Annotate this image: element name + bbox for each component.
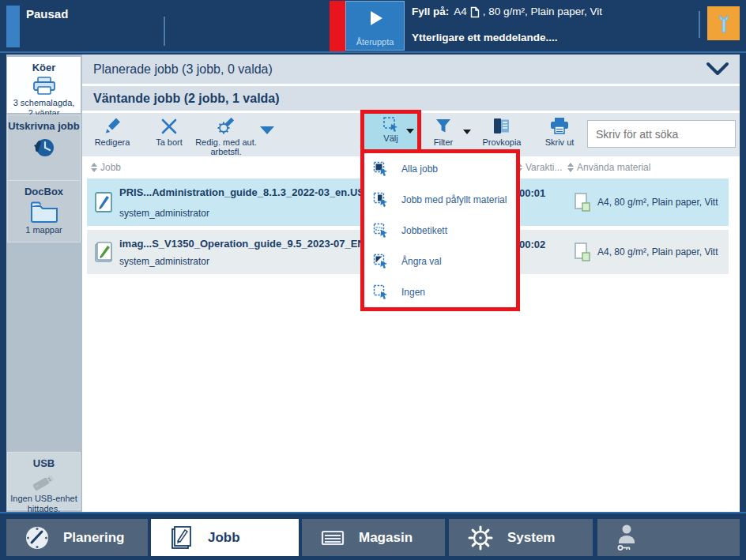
column-header-media[interactable]: Använda material [567, 162, 650, 173]
media-sheet-icon [574, 192, 591, 212]
status-accent-bar [6, 6, 20, 47]
folder-icon [28, 200, 60, 224]
job-title: PRIS...Administration_guide_8.1.3_2022-0… [119, 186, 398, 198]
select-button[interactable]: Välj [364, 116, 417, 152]
filter-icon [433, 116, 454, 137]
tab-jobs-label: Jobb [208, 530, 240, 546]
printer-status: Pausad [26, 7, 68, 21]
resume-button-label: Återuppta [346, 37, 404, 47]
select-icon [382, 116, 400, 133]
usb-status-line1: Ingen USB-enhet [8, 494, 80, 504]
queues-scheduled: 3 schemalagda, [7, 98, 81, 108]
select-button-highlight: Välj [360, 110, 421, 149]
pdf-job-icon [94, 191, 113, 213]
docbox-label: DocBox [8, 181, 80, 197]
gear-icon [466, 524, 495, 552]
job-duration: 00:02 [519, 239, 545, 250]
delete-button[interactable]: Ta bort [145, 116, 194, 147]
edit-label: Redigera [95, 137, 130, 147]
job-media: A4, 80 g/m², Plain paper, Vitt [574, 242, 718, 262]
menu-item-none[interactable]: Ingen [364, 276, 516, 307]
menu-item-job-label[interactable]: Jobbetikett [364, 215, 516, 246]
edit-button[interactable]: Redigera [88, 116, 137, 147]
select-label-icon [373, 223, 389, 239]
media-message-prefix: Fyll på: [412, 6, 449, 18]
job-owner: system_administrator [119, 256, 209, 267]
filter-dropdown-caret[interactable] [463, 130, 471, 134]
tab-trays[interactable]: Magasin [302, 519, 445, 556]
sidebar-item-queues[interactable]: Köer 3 schemalagda, 2 väntar [7, 57, 81, 113]
usb-stick-icon: ** [28, 472, 61, 492]
waiting-jobs-header[interactable]: Väntande jobb (2 jobb, 1 valda) [82, 86, 740, 111]
wrench-icon [714, 13, 733, 35]
sidebar-item-usb[interactable]: USB ** Ingen USB-enhet hittades. [7, 452, 81, 510]
menu-item-all-jobs[interactable]: Alla jobb [364, 153, 516, 184]
sidebar-item-printed-jobs[interactable]: Utskrivna jobb [7, 115, 81, 189]
menu-item-undo-selection[interactable]: Ångra val [364, 246, 516, 276]
proof-copy-icon [491, 116, 513, 137]
print-label: Skriv ut [545, 137, 575, 147]
topbar-divider [164, 17, 165, 46]
proof-copy-button[interactable]: Provkopia [477, 116, 527, 147]
resume-button[interactable]: Återuppta [345, 1, 405, 51]
workflow-dropdown-caret[interactable] [260, 126, 274, 134]
job-duration: 00:01 [519, 187, 545, 199]
close-icon [159, 116, 179, 137]
printed-jobs-label: Utskrivna jobb [8, 115, 80, 132]
page-icon [470, 6, 480, 18]
edit-with-workflow-label-line1: Redig. med aut. [195, 137, 257, 147]
sidebar-item-docbox[interactable]: DocBox 1 mappar [7, 180, 81, 242]
delete-label: Ta bort [156, 137, 183, 147]
tab-jobs[interactable]: Jobb [151, 519, 299, 556]
jobs-panel: Planerade jobb (3 jobb, 0 valda) Väntand… [82, 54, 740, 512]
search-input[interactable] [588, 128, 744, 141]
chevron-down-icon [705, 59, 730, 78]
select-none-icon [373, 284, 389, 300]
edit-with-workflow-label-line2: arbetsfl. [210, 147, 241, 156]
media-message-size: A4 [454, 6, 467, 18]
tab-trays-label: Magasin [359, 530, 413, 546]
planned-jobs-header[interactable]: Planerade jobb (3 jobb, 0 valda) [82, 54, 740, 84]
top-status-bar: Pausad Återuppta Fyll på: A4 , 80 g/m², … [0, 0, 746, 53]
tab-planning-label: Planering [63, 530, 124, 546]
menu-item-jobs-with-loaded-media[interactable]: Jobb med påfyllt material [364, 184, 516, 215]
job-title: imag...S_V1350_Operation_guide_9.5_2023-… [119, 238, 399, 250]
media-sheet-icon [574, 242, 591, 262]
sidebar: Köer 3 schemalagda, 2 väntar Utskrivna j… [6, 54, 82, 512]
select-dropdown-caret[interactable] [406, 129, 414, 133]
column-header-duration[interactable]: Varakti... [516, 162, 562, 173]
expand-planned-jobs-button[interactable] [705, 59, 730, 81]
media-message-rest: , 80 g/m², Plain paper, Vit [483, 6, 602, 18]
pencil-icon [102, 116, 122, 137]
jobs-icon [168, 524, 195, 551]
job-owner: system_administrator [119, 208, 209, 219]
clock-icon [24, 524, 51, 551]
column-header-job[interactable]: Jobb [91, 162, 121, 173]
print-icon [548, 116, 571, 137]
planned-jobs-title: Planerade jobb (3 jobb, 0 valda) [93, 62, 273, 77]
maintenance-button[interactable] [707, 6, 740, 40]
filter-label: Filter [434, 137, 453, 147]
filter-button[interactable]: Filter [419, 116, 468, 147]
queues-label: Köer [7, 57, 81, 73]
tab-system-label: System [507, 530, 555, 546]
sort-icon [567, 163, 574, 172]
docbox-count: 1 mappar [8, 225, 80, 235]
tab-system[interactable]: System [449, 519, 593, 556]
play-icon [365, 8, 386, 28]
waiting-jobs-title: Väntande jobb (2 jobb, 1 valda) [93, 92, 280, 106]
edit-with-workflow-button[interactable]: Redig. med aut. arbetsfl. [194, 116, 258, 156]
tab-planning[interactable]: Planering [6, 519, 148, 556]
tab-user-login[interactable] [597, 519, 740, 556]
select-loaded-icon [373, 192, 389, 208]
select-all-icon [373, 161, 389, 177]
usb-label: USB [8, 453, 80, 469]
pdf-job-icon [94, 241, 113, 263]
bottom-navigation: Planering Jobb Magasin [0, 512, 746, 560]
print-button[interactable]: Skriv ut [536, 116, 583, 147]
search-box [587, 120, 736, 148]
printer-queue-icon [31, 76, 58, 96]
topbar-divider-right [699, 11, 700, 38]
gear-pencil-icon [216, 116, 236, 137]
user-key-icon [615, 523, 642, 553]
